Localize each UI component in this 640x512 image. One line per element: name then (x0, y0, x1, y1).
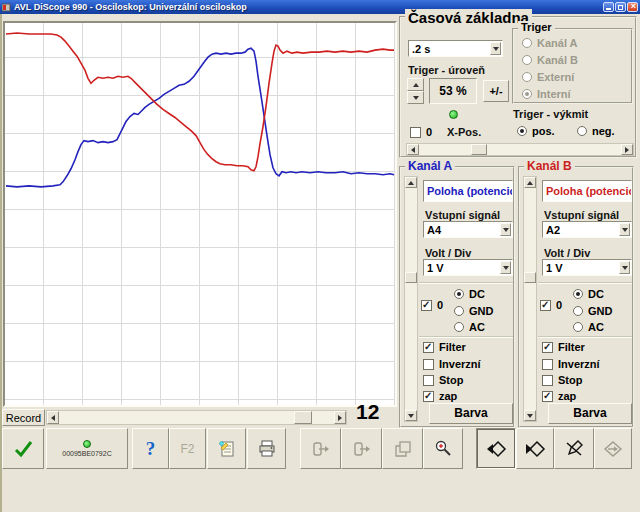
option-label: Stop (439, 374, 463, 386)
scroll-up-button[interactable] (405, 177, 417, 188)
radio-icon[interactable] (573, 306, 583, 316)
kanal-a-zap-checkbox[interactable]: zap (423, 390, 457, 402)
radio-icon[interactable] (454, 322, 464, 332)
kanal-a-position-scrollbar[interactable] (404, 176, 418, 422)
step-in-button (300, 428, 341, 469)
kanal-a-stop-checkbox[interactable]: Stop (423, 374, 463, 386)
xpos-label: X-Pos. (447, 126, 481, 138)
cursor-right-button[interactable] (516, 428, 554, 469)
kanal-b-voltdiv-select[interactable]: 1 V (542, 259, 632, 276)
scroll-left-button[interactable] (407, 144, 419, 155)
volt-div-value: 1 V (543, 262, 619, 274)
kanal-a-coupling-dc[interactable]: DC (454, 288, 485, 300)
zoom-button[interactable] (423, 428, 463, 469)
scroll-left-button[interactable] (47, 411, 59, 424)
checkbox-icon[interactable] (542, 391, 553, 402)
print-button[interactable] (247, 428, 286, 469)
kanal-a-zero-checkbox[interactable]: 0 (421, 299, 443, 311)
kanal-b-coupling-dc[interactable]: DC (573, 288, 604, 300)
slope-pos-option[interactable]: pos. (517, 125, 555, 137)
radio-icon[interactable] (573, 289, 583, 299)
kanal-a-voltdiv-select[interactable]: 1 V (423, 259, 513, 276)
notes-button[interactable] (207, 428, 246, 469)
kanal-b-filter-checkbox[interactable]: Filter (542, 341, 585, 353)
chevron-down-icon[interactable] (500, 261, 511, 274)
checkbox-icon[interactable] (423, 359, 434, 370)
printer-icon (257, 439, 277, 459)
step-out-button (341, 428, 382, 469)
kanal-a-coupling-gnd[interactable]: GND (454, 305, 493, 317)
option-label: Filter (439, 341, 466, 353)
chevron-down-icon[interactable] (500, 223, 511, 236)
kanal-b-zap-checkbox[interactable]: zap (542, 390, 576, 402)
checkbox-icon[interactable] (542, 342, 553, 353)
chevron-down-icon[interactable] (490, 42, 501, 55)
kanal-b-position-scrollbar[interactable] (523, 176, 537, 422)
kanal-b-barva-button[interactable]: Barva (548, 403, 632, 424)
checkbox-icon[interactable] (423, 391, 434, 402)
spin-down-button[interactable] (407, 91, 424, 104)
kanal-a-position-field[interactable]: Poloha (potencio (423, 180, 513, 202)
record-button[interactable]: Record (2, 409, 45, 426)
close-button[interactable]: × (627, 2, 638, 12)
scroll-right-button[interactable] (334, 411, 346, 424)
spin-up-button[interactable] (407, 78, 424, 91)
chevron-down-icon[interactable] (619, 223, 630, 236)
minimize-button[interactable] (603, 2, 614, 12)
kanal-b-coupling-gnd[interactable]: GND (573, 305, 612, 317)
record-scrollbar[interactable] (46, 410, 347, 425)
radio-icon[interactable] (454, 289, 464, 299)
scroll-down-button[interactable] (524, 410, 536, 421)
cursor-left-button[interactable] (476, 428, 516, 469)
checkbox-icon[interactable] (542, 359, 553, 370)
kanal-a-coupling-ac[interactable]: AC (454, 321, 485, 333)
radio-icon[interactable] (517, 126, 527, 136)
kanal-b-inverzni-checkbox[interactable]: Inverzní (542, 358, 600, 370)
kanal-b-stop-checkbox[interactable]: Stop (542, 374, 582, 386)
scroll-thumb[interactable] (294, 411, 312, 424)
confirm-button[interactable] (2, 428, 44, 469)
kanal-b-position-field[interactable]: Poloha (potencio (542, 180, 632, 202)
scroll-thumb[interactable] (405, 272, 417, 283)
xpos-zero-checkbox[interactable]: 0 (410, 126, 432, 138)
scroll-thumb[interactable] (524, 272, 536, 283)
checkbox-icon[interactable] (542, 375, 553, 386)
device-status-button[interactable]: 00095BE0792C (46, 428, 128, 469)
checkbox-icon[interactable] (423, 342, 434, 353)
xpos-scrollbar[interactable] (406, 143, 634, 156)
radio-icon[interactable] (577, 126, 587, 136)
timebase-panel: Časová základna .2 s Triger Kanál A Kaná… (399, 16, 637, 158)
kanal-a-input-select[interactable]: A4 (423, 221, 513, 238)
help-button[interactable]: ? (132, 428, 169, 469)
zero-label: 0 (556, 299, 562, 311)
kanal-a-filter-checkbox[interactable]: Filter (423, 341, 466, 353)
checkbox-icon[interactable] (410, 127, 421, 138)
scroll-right-button[interactable] (621, 144, 633, 155)
restore-button[interactable] (615, 2, 626, 12)
trigger-level-label: Triger - úroveň (408, 64, 485, 76)
pencil-slash-icon (563, 439, 585, 459)
kanal-b-coupling-ac[interactable]: AC (573, 321, 604, 333)
trigger-option-kanal-a: Kanál A (522, 37, 578, 49)
kanal-a-inverzni-checkbox[interactable]: Inverzní (423, 358, 481, 370)
checkbox-icon[interactable] (540, 300, 551, 311)
kanal-b-input-select[interactable]: A2 (542, 221, 632, 238)
checkbox-icon[interactable] (421, 300, 432, 311)
kanal-b-trace (6, 33, 394, 171)
trigger-polarity-button[interactable]: +/- (483, 80, 509, 102)
radio-icon[interactable] (454, 306, 464, 316)
diamond-left-icon (484, 440, 508, 458)
kanal-a-barva-button[interactable]: Barva (429, 403, 513, 424)
timebase-select[interactable]: .2 s (408, 40, 503, 57)
scroll-down-button[interactable] (405, 410, 417, 421)
scroll-up-button[interactable] (524, 177, 536, 188)
radio-icon[interactable] (573, 322, 583, 332)
scroll-thumb[interactable] (471, 144, 487, 155)
chevron-down-icon[interactable] (619, 261, 630, 274)
trigger-led-icon (449, 110, 458, 119)
coupling-label: DC (588, 288, 604, 300)
no-draw-button[interactable] (554, 428, 594, 469)
kanal-b-zero-checkbox[interactable]: 0 (540, 299, 562, 311)
checkbox-icon[interactable] (423, 375, 434, 386)
slope-neg-option[interactable]: neg. (577, 125, 615, 137)
